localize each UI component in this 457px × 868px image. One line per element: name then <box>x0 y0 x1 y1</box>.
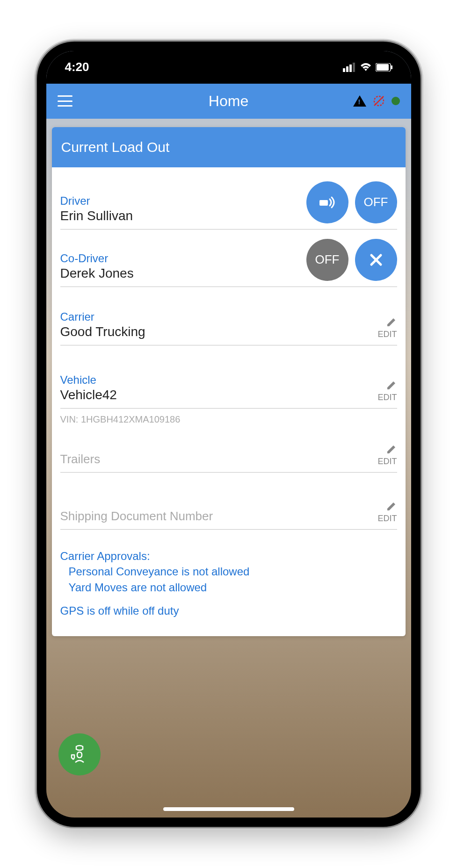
carrier-label: Carrier <box>60 310 378 323</box>
shipping-row[interactable]: Shipping Document Number EDIT <box>60 491 397 530</box>
officer-icon <box>67 742 92 767</box>
driver-row: Driver Erin Sullivan OFF <box>60 172 397 230</box>
status-time: 4:20 <box>65 60 89 74</box>
svg-rect-3 <box>353 63 355 72</box>
driver-status-button[interactable]: OFF <box>355 181 397 223</box>
approvals-heading: Carrier Approvals: <box>60 548 397 564</box>
shipping-placeholder: Shipping Document Number <box>60 509 378 524</box>
broadcast-icon <box>316 191 339 214</box>
vehicle-row: Vehicle Vehicle42 EDIT <box>60 364 397 409</box>
close-icon <box>367 251 385 269</box>
app-header: Home <box>46 84 411 119</box>
svg-rect-8 <box>319 200 328 206</box>
card-body: Driver Erin Sullivan OFF Co-Driver <box>52 167 406 637</box>
vin-note: VIN: 1HGBH412XMA109186 <box>60 409 397 434</box>
phone-frame: 4:20 Home Current Load Out <box>37 42 421 827</box>
wifi-icon <box>360 63 372 72</box>
codriver-row: Co-Driver Derek Jones OFF <box>60 230 397 287</box>
battery-icon <box>376 63 392 72</box>
edit-carrier-button[interactable]: EDIT <box>377 316 397 339</box>
signal-icon <box>343 63 356 72</box>
status-dot <box>392 97 400 105</box>
loadout-card: Current Load Out Driver Erin Sullivan OF… <box>52 127 406 637</box>
menu-button[interactable] <box>58 95 73 107</box>
carrier-approvals: Carrier Approvals: Personal Conveyance i… <box>60 548 397 595</box>
notch <box>154 42 304 63</box>
svg-rect-2 <box>349 65 352 72</box>
eld-connect-button[interactable] <box>306 181 348 223</box>
driver-value: Erin Sullivan <box>60 208 306 223</box>
svg-rect-5 <box>377 64 389 71</box>
trailers-placeholder: Trailers <box>60 452 378 466</box>
pencil-icon <box>386 316 397 328</box>
carrier-value: Good Trucking <box>60 324 378 339</box>
screen: 4:20 Home Current Load Out <box>46 51 411 818</box>
codriver-value: Derek Jones <box>60 266 306 281</box>
inspection-fab[interactable] <box>58 733 101 775</box>
content-area: Current Load Out Driver Erin Sullivan OF… <box>46 119 411 645</box>
edit-trailers-button[interactable]: EDIT <box>377 444 397 466</box>
vehicle-label: Vehicle <box>60 373 378 387</box>
codriver-label: Co-Driver <box>60 252 306 265</box>
card-title: Current Load Out <box>52 127 406 167</box>
codriver-status-button[interactable]: OFF <box>306 239 348 281</box>
pencil-icon <box>386 380 397 391</box>
trailers-row[interactable]: Trailers EDIT <box>60 434 397 473</box>
warning-icon[interactable] <box>353 95 366 107</box>
svg-line-7 <box>374 96 384 106</box>
gps-note: GPS is off while off duty <box>60 604 397 617</box>
gps-off-icon[interactable] <box>372 94 386 108</box>
approval-line-1: Personal Conveyance is not allowed <box>60 564 397 580</box>
page-title: Home <box>209 93 248 110</box>
background-road <box>46 724 411 818</box>
svg-rect-0 <box>343 68 345 72</box>
carrier-row: Carrier Good Trucking EDIT <box>60 301 397 345</box>
edit-vehicle-button[interactable]: EDIT <box>377 380 397 402</box>
edit-shipping-button[interactable]: EDIT <box>377 501 397 524</box>
pencil-icon <box>386 444 397 455</box>
remove-codriver-button[interactable] <box>355 239 397 281</box>
pencil-icon <box>386 501 397 512</box>
svg-rect-1 <box>346 66 348 72</box>
approval-line-2: Yard Moves are not allowed <box>60 580 397 595</box>
vehicle-value: Vehicle42 <box>60 387 378 402</box>
driver-label: Driver <box>60 194 306 208</box>
svg-rect-6 <box>391 65 392 69</box>
status-icons <box>343 63 392 72</box>
home-indicator[interactable] <box>163 807 294 811</box>
header-status-icons <box>353 94 400 108</box>
